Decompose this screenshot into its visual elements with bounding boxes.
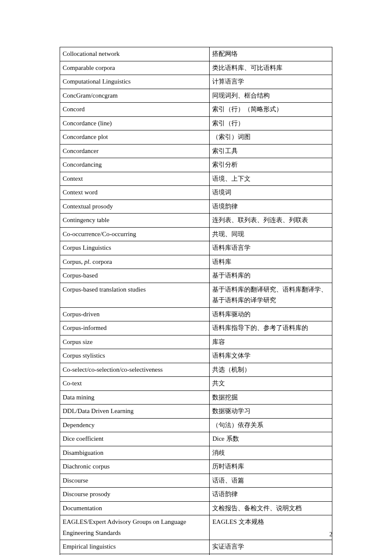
- table-row: EAGLES/Expert Advisory Groups on Languag…: [60, 515, 332, 540]
- term-chinese: EAGLES 文本规格: [210, 515, 332, 540]
- term-chinese: 基于语料库的翻译研究、语料库翻译学、基于语料库的译学研究: [210, 283, 332, 307]
- term-chinese: 同现词列、框合结构: [210, 89, 332, 103]
- term-chinese: 语境、上下文: [210, 172, 332, 186]
- term-chinese: 连列表、联列表、列连表、列联表: [210, 214, 332, 228]
- term-chinese: 类比语料库、可比语料库: [210, 61, 332, 75]
- table-row: Corpus-based translation studies基于语料库的翻译…: [60, 283, 332, 307]
- table-row: Discourse prosody话语韵律: [60, 488, 332, 502]
- table-row: Concord索引（行）（简略形式）: [60, 103, 332, 117]
- term-english: Co-select/co-selection/co-selectiveness: [60, 363, 210, 377]
- term-chinese: 共现、同现: [210, 227, 332, 241]
- term-english: Corpus, pl. corpora: [60, 255, 210, 269]
- term-chinese: 语料库语言学: [210, 241, 332, 255]
- table-row: Documentation文检报告、备检文件、说明文档: [60, 501, 332, 515]
- term-english: Collocational network: [60, 47, 210, 61]
- term-chinese: 搭配网络: [210, 47, 332, 61]
- term-chinese: 消歧: [210, 446, 332, 460]
- term-english: Co-text: [60, 377, 210, 391]
- term-english: Concordancer: [60, 144, 210, 158]
- term-english: Context: [60, 172, 210, 186]
- table-row: Corpus Linguistics语料库语言学: [60, 241, 332, 255]
- table-row: Concordancing索引分析: [60, 158, 332, 172]
- term-chinese: 历时语料库: [210, 460, 332, 474]
- term-chinese: 语料库: [210, 255, 332, 269]
- table-row: Computational Linguistics计算语言学: [60, 75, 332, 89]
- term-chinese: 实证语言学: [210, 540, 332, 554]
- table-row: Collocational network搭配网络: [60, 47, 332, 61]
- term-english: Data mining: [60, 390, 210, 405]
- term-english: Corpus stylistics: [60, 349, 210, 363]
- table-row: Concordance plot（索引）词图: [60, 130, 332, 145]
- term-chinese: 索引分析: [210, 158, 332, 172]
- term-english: Concordancing: [60, 158, 210, 172]
- term-chinese: 语料库指导下的、参考了语料库的: [210, 321, 332, 335]
- table-row: Comparable corpora类比语料库、可比语料库: [60, 61, 332, 75]
- term-chinese: 文检报告、备检文件、说明文档: [210, 501, 332, 515]
- term-english: Disambiguation: [60, 446, 210, 460]
- term-chinese: （句法）依存关系: [210, 418, 332, 432]
- term-english: Corpus Linguistics: [60, 241, 210, 255]
- term-chinese: 数据驱动学习: [210, 405, 332, 419]
- term-chinese: 索引工具: [210, 144, 332, 158]
- glossary-table: Collocational network搭配网络Comparable corp…: [60, 47, 332, 555]
- document-page: Collocational network搭配网络Comparable corp…: [0, 0, 392, 555]
- table-row: Contingency table连列表、联列表、列连表、列联表: [60, 214, 332, 228]
- table-row: Corpus stylistics语料库文体学: [60, 349, 332, 363]
- term-english: Dice coefficient: [60, 432, 210, 446]
- table-row: Co-select/co-selection/co-selectiveness共…: [60, 363, 332, 377]
- term-english: Empirical linguistics: [60, 540, 210, 554]
- table-row: Diachronic corpus历时语料库: [60, 460, 332, 474]
- table-row: Co-text共文: [60, 377, 332, 391]
- term-english: Contextual prosody: [60, 199, 210, 214]
- table-row: Concordancer索引工具: [60, 144, 332, 158]
- table-row: Data mining数据挖掘: [60, 390, 332, 405]
- term-english: Co-occurrence/Co-occurring: [60, 227, 210, 241]
- table-row: Contextual prosody语境韵律: [60, 199, 332, 214]
- term-english: Concord: [60, 103, 210, 117]
- term-english: Comparable corpora: [60, 61, 210, 75]
- term-chinese: （索引）词图: [210, 130, 332, 145]
- table-row: Empirical linguistics实证语言学: [60, 540, 332, 554]
- table-row: Discourse话语、语篇: [60, 474, 332, 488]
- term-chinese: 基于语料库的: [210, 269, 332, 283]
- table-row: ConcGram/concgram同现词列、框合结构: [60, 89, 332, 103]
- table-row: Corpus-based基于语料库的: [60, 269, 332, 283]
- table-row: DDL/Data Driven Learning数据驱动学习: [60, 405, 332, 419]
- term-english: Corpus-based translation studies: [60, 283, 210, 307]
- term-english: Corpus-informed: [60, 321, 210, 335]
- term-english: Discourse prosody: [60, 488, 210, 502]
- table-row: Context word语境词: [60, 186, 332, 200]
- table-row: Disambiguation消歧: [60, 446, 332, 460]
- term-english: Diachronic corpus: [60, 460, 210, 474]
- term-english: DDL/Data Driven Learning: [60, 405, 210, 419]
- term-english: EAGLES/Expert Advisory Groups on Languag…: [60, 515, 210, 540]
- table-row: Dependency（句法）依存关系: [60, 418, 332, 432]
- term-chinese: 话语韵律: [210, 488, 332, 502]
- term-chinese: 库容: [210, 335, 332, 349]
- term-chinese: 语料库文体学: [210, 349, 332, 363]
- term-chinese: 话语、语篇: [210, 474, 332, 488]
- table-row: Context语境、上下文: [60, 172, 332, 186]
- term-chinese: 共文: [210, 377, 332, 391]
- table-row: Corpus size库容: [60, 335, 332, 349]
- term-english: Concordance (line): [60, 116, 210, 130]
- term-chinese: 语料库驱动的: [210, 307, 332, 321]
- term-chinese: Dice 系数: [210, 432, 332, 446]
- term-english: Computational Linguistics: [60, 75, 210, 89]
- page-number: 2: [329, 531, 332, 538]
- term-english: Dependency: [60, 418, 210, 432]
- term-chinese: 计算语言学: [210, 75, 332, 89]
- table-row: Corpus-informed语料库指导下的、参考了语料库的: [60, 321, 332, 335]
- term-chinese: 索引（行）（简略形式）: [210, 103, 332, 117]
- table-row: Corpus, pl. corpora语料库: [60, 255, 332, 269]
- term-chinese: 数据挖掘: [210, 390, 332, 405]
- term-english: ConcGram/concgram: [60, 89, 210, 103]
- term-chinese: 语境韵律: [210, 199, 332, 214]
- term-chinese: 共选（机制）: [210, 363, 332, 377]
- term-english: Concordance plot: [60, 130, 210, 145]
- term-english: Context word: [60, 186, 210, 200]
- term-chinese: 语境词: [210, 186, 332, 200]
- term-english: Documentation: [60, 501, 210, 515]
- term-english: Discourse: [60, 474, 210, 488]
- table-row: Corpus-driven语料库驱动的: [60, 307, 332, 321]
